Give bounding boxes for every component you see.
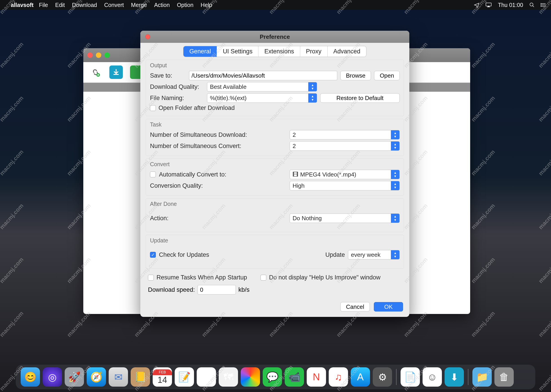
download-quality-select[interactable]: Best Available ▴▾ xyxy=(207,82,317,91)
tab-general[interactable]: General xyxy=(183,46,217,57)
chevron-updown-icon: ▴▾ xyxy=(391,130,399,139)
save-to-label: Save to: xyxy=(150,72,186,79)
sim-convert-label: Number of Simultaneous Convert: xyxy=(150,143,244,150)
dock-separator xyxy=(396,369,397,385)
menu-file[interactable]: File xyxy=(39,2,48,8)
status-plane-icon[interactable] xyxy=(474,2,479,8)
tab-extensions[interactable]: Extensions xyxy=(258,46,300,57)
dock-mail-icon[interactable]: ✉︎ xyxy=(109,367,128,387)
update-interval-select[interactable]: every week ▴▾ xyxy=(348,250,400,259)
dock-trash-icon[interactable]: 🗑 xyxy=(494,367,514,387)
group-convert-label: Convert xyxy=(150,161,400,168)
spotlight-icon[interactable] xyxy=(529,2,534,7)
file-naming-value: %(title).%(ext) xyxy=(210,95,246,102)
dock-maps-icon[interactable]: 🗺 xyxy=(219,367,238,387)
tab-ui-settings[interactable]: UI Settings xyxy=(217,46,258,57)
dock-photos-icon[interactable] xyxy=(241,367,260,387)
video-file-icon: 🎞 xyxy=(293,171,298,178)
dock-calendar-icon[interactable]: FEB14 xyxy=(153,367,172,387)
tab-advanced[interactable]: Advanced xyxy=(328,46,366,57)
auto-convert-checkbox[interactable] xyxy=(150,172,156,177)
group-task-label: Task xyxy=(150,121,400,128)
dock-safari-icon[interactable]: 🧭 xyxy=(87,367,106,387)
conversion-quality-select[interactable]: High ▴▾ xyxy=(290,181,400,190)
dock-contacts-icon[interactable]: 📒 xyxy=(131,367,150,387)
app-name[interactable]: allavsoft xyxy=(11,2,33,8)
menu-convert[interactable]: Convert xyxy=(104,2,124,8)
group-after-done: After Done Action: Do Nothing ▴▾ xyxy=(146,198,404,232)
dock-allavsoft-icon[interactable]: ⬇︎ xyxy=(445,367,464,387)
after-done-action-value: Do Nothing xyxy=(293,215,322,222)
dock-downloads-folder-icon[interactable]: 📁 xyxy=(472,367,492,387)
dock-news-icon[interactable]: N xyxy=(307,367,326,387)
open-button[interactable]: Open xyxy=(374,71,400,80)
download-speed-unit: kb/s xyxy=(239,286,250,293)
preference-dialog: Preference General UI Settings Extension… xyxy=(140,31,409,317)
dock: 😊 ◎ 🚀 🧭 ✉︎ 📒 FEB14 📝 ☑︎ 🗺 💬 📹 N ♫ A ⚙︎ 📄… xyxy=(16,365,535,389)
dialog-titlebar: Preference xyxy=(140,31,409,43)
cancel-button[interactable]: Cancel xyxy=(341,302,370,311)
dock-notes-icon[interactable]: 📝 xyxy=(175,367,194,387)
sim-download-select[interactable]: 2 ▴▾ xyxy=(290,130,400,140)
menu-edit[interactable]: Edit xyxy=(55,2,65,8)
menu-action[interactable]: Action xyxy=(154,2,169,8)
dock-launchpad-icon[interactable]: 🚀 xyxy=(65,367,84,387)
resume-tasks-checkbox[interactable] xyxy=(148,275,154,280)
sim-convert-value: 2 xyxy=(293,143,296,150)
restore-default-button[interactable]: Restore to Default xyxy=(320,93,400,103)
dock-preferences-icon[interactable]: ⚙︎ xyxy=(373,367,392,387)
notification-center-icon[interactable] xyxy=(541,3,546,7)
zoom-traffic-light[interactable] xyxy=(104,52,110,58)
bottom-options: Resume Tasks When App Startup Do not dis… xyxy=(146,271,404,284)
dock-messages-icon[interactable]: 💬 xyxy=(263,367,282,387)
dock-smiley-icon[interactable]: ☺︎ xyxy=(423,367,442,387)
dock-textedit-icon[interactable]: 📄 xyxy=(401,367,420,387)
dock-finder-icon[interactable]: 😊 xyxy=(21,367,40,387)
menu-help[interactable]: Help xyxy=(201,2,212,8)
svg-point-5 xyxy=(541,3,541,4)
tab-proxy[interactable]: Proxy xyxy=(300,46,328,57)
sim-download-value: 2 xyxy=(293,131,296,138)
menubar-clock[interactable]: Thu 01:00 xyxy=(498,2,523,8)
minimize-traffic-light[interactable] xyxy=(96,52,101,58)
chevron-updown-icon: ▴▾ xyxy=(391,250,399,259)
ok-button[interactable]: OK xyxy=(374,302,403,311)
group-after-done-label: After Done xyxy=(150,201,400,207)
paste-url-button[interactable] xyxy=(89,65,102,79)
sim-convert-select[interactable]: 2 ▴▾ xyxy=(290,141,400,151)
dock-siri-icon[interactable]: ◎ xyxy=(43,367,62,387)
dock-appstore-icon[interactable]: A xyxy=(351,367,370,387)
close-traffic-light[interactable] xyxy=(87,52,93,58)
menu-download[interactable]: Download xyxy=(72,2,97,8)
check-updates-checkbox[interactable]: ✓ xyxy=(150,252,156,258)
group-convert: Convert Automatically Convert to: 🎞MPEG4… xyxy=(146,159,404,196)
dialog-footer: Cancel OK xyxy=(140,298,409,317)
file-naming-select[interactable]: %(title).%(ext) ▴▾ xyxy=(207,93,317,103)
group-update-label: Update xyxy=(150,237,400,244)
close-icon[interactable] xyxy=(145,34,150,39)
no-help-window-checkbox[interactable] xyxy=(261,275,266,280)
conversion-quality-label: Conversion Quality: xyxy=(150,182,287,189)
menu-merge[interactable]: Merge xyxy=(131,2,147,8)
browse-button[interactable]: Browse xyxy=(341,71,371,80)
download-button[interactable] xyxy=(109,65,123,79)
dock-music-icon[interactable]: ♫ xyxy=(329,367,348,387)
sim-download-label: Number of Simultaneous Download: xyxy=(150,131,247,138)
dock-separator xyxy=(468,369,468,385)
menubar: allavsoft File Edit Download Convert Mer… xyxy=(0,0,551,10)
svg-point-6 xyxy=(541,5,541,5)
download-speed-input[interactable] xyxy=(198,285,236,294)
open-folder-checkbox[interactable] xyxy=(150,105,156,111)
convert-format-value: MPEG4 Video(*.mp4) xyxy=(300,171,356,178)
status-airplay-icon[interactable] xyxy=(486,3,492,7)
after-done-action-select[interactable]: Do Nothing ▴▾ xyxy=(290,213,400,223)
save-to-input[interactable] xyxy=(189,71,337,80)
dock-facetime-icon[interactable]: 📹 xyxy=(285,367,304,387)
dock-reminders-icon[interactable]: ☑︎ xyxy=(197,367,216,387)
svg-point-7 xyxy=(541,6,541,7)
convert-format-select[interactable]: 🎞MPEG4 Video(*.mp4) ▴▾ xyxy=(290,170,400,179)
download-speed-label: Download speed: xyxy=(148,286,195,293)
menu-option[interactable]: Option xyxy=(177,2,194,8)
conversion-quality-value: High xyxy=(293,182,304,189)
group-output-label: Output xyxy=(150,62,400,69)
